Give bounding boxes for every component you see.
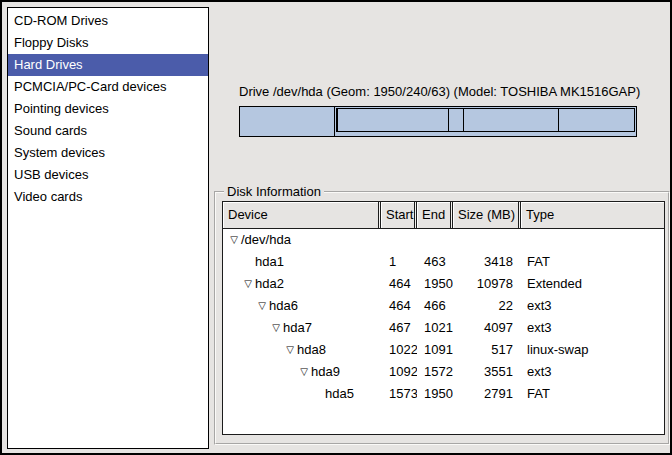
partition-segment-hda7 <box>337 109 447 131</box>
table-row-hda1[interactable]: hda114633418FAT <box>223 251 664 273</box>
sidebar-item-hard-drives[interactable]: Hard Drives <box>8 54 208 76</box>
sidebar-item-sound-cards[interactable]: Sound cards <box>8 120 208 142</box>
cell-type: FAT <box>521 383 664 405</box>
sidebar-item-floppy-disks[interactable]: Floppy Disks <box>8 32 208 54</box>
cell-end: 1950 <box>417 383 453 405</box>
expander-icon[interactable]: ▽ <box>255 295 269 317</box>
cell-device: hda1 <box>223 251 381 273</box>
column-header-end[interactable]: End <box>417 202 453 228</box>
tree-indent <box>223 383 311 405</box>
sidebar-item-cd-rom-drives[interactable]: CD-ROM Drives <box>8 10 208 32</box>
disk-table: Device Start End Size (MB) Type ▽/dev/hd… <box>222 201 665 435</box>
cell-start: 1 <box>381 251 417 273</box>
cell-type <box>521 229 664 251</box>
sidebar-item-system-devices[interactable]: System devices <box>8 142 208 164</box>
cell-size: 22 <box>453 295 521 317</box>
device-category-list: CD-ROM DrivesFloppy DisksHard DrivesPCMC… <box>7 7 209 449</box>
cell-size: 517 <box>453 339 521 361</box>
column-header-type[interactable]: Type <box>521 202 664 228</box>
expander-icon[interactable]: ▽ <box>283 339 297 361</box>
tree-indent <box>223 339 283 361</box>
table-row-hda7[interactable]: ▽hda746710214097ext3 <box>223 317 664 339</box>
column-header-start[interactable]: Start <box>381 202 417 228</box>
partition-extended-hda2 <box>335 107 636 136</box>
partition-segment-hda5 <box>558 109 634 131</box>
table-row-hda9[interactable]: ▽hda9109215723551ext3 <box>223 361 664 383</box>
cell-start: 1022 <box>381 339 417 361</box>
column-header-size[interactable]: Size (MB) <box>453 202 521 228</box>
cell-end: 1572 <box>417 361 453 383</box>
partition-segment-hda8 <box>448 109 463 131</box>
sidebar-item-usb-devices[interactable]: USB devices <box>8 164 208 186</box>
sidebar-item-pcmcia-pc-card-devices[interactable]: PCMCIA/PC-Card devices <box>8 76 208 98</box>
drive-title: Drive /dev/hda (Geom: 1950/240/63) (Mode… <box>239 84 640 99</box>
table-row-hda2[interactable]: ▽hda2464195010978Extended <box>223 273 664 295</box>
device-label: hda9 <box>311 361 340 383</box>
tree-indent <box>223 273 241 295</box>
device-label: hda8 <box>297 339 326 361</box>
device-label: hda2 <box>255 273 284 295</box>
cell-size: 4097 <box>453 317 521 339</box>
partition-segment-hda1 <box>240 107 335 136</box>
sidebar-item-video-cards[interactable]: Video cards <box>8 186 208 208</box>
cell-type: ext3 <box>521 295 664 317</box>
cell-start: 1573 <box>381 383 417 405</box>
device-label: hda7 <box>283 317 312 339</box>
tree-indent <box>223 251 241 273</box>
cell-type: linux-swap <box>521 339 664 361</box>
column-header-device[interactable]: Device <box>223 202 381 228</box>
disk-table-body: ▽/dev/hdahda114633418FAT▽hda246419501097… <box>223 229 664 405</box>
sidebar-item-pointing-devices[interactable]: Pointing devices <box>8 98 208 120</box>
cell-device: ▽hda8 <box>223 339 381 361</box>
cell-device: ▽hda9 <box>223 361 381 383</box>
disk-table-header: Device Start End Size (MB) Type <box>223 202 664 229</box>
cell-end: 463 <box>417 251 453 273</box>
table-row--dev-hda[interactable]: ▽/dev/hda <box>223 229 664 251</box>
tree-indent <box>223 295 255 317</box>
groupbox-title: Disk Information <box>224 184 324 199</box>
device-label: hda5 <box>325 383 354 405</box>
cell-device: ▽hda7 <box>223 317 381 339</box>
device-label: /dev/hda <box>241 229 291 251</box>
tree-indent <box>223 317 269 339</box>
partition-segment-hda9 <box>463 109 559 131</box>
cell-type: Extended <box>521 273 664 295</box>
cell-size: 3551 <box>453 361 521 383</box>
cell-end: 1950 <box>417 273 453 295</box>
table-row-hda5[interactable]: hda5157319502791FAT <box>223 383 664 405</box>
tree-indent <box>223 361 297 383</box>
expander-icon[interactable]: ▽ <box>269 317 283 339</box>
cell-end: 1091 <box>417 339 453 361</box>
cell-device: ▽hda6 <box>223 295 381 317</box>
cell-type: FAT <box>521 251 664 273</box>
cell-size <box>453 229 521 251</box>
cell-type: ext3 <box>521 317 664 339</box>
disk-information-groupbox: Disk Information Device Start End Size (… <box>214 184 670 445</box>
cell-device: ▽hda2 <box>223 273 381 295</box>
cell-device: ▽/dev/hda <box>223 229 381 251</box>
cell-start: 1092 <box>381 361 417 383</box>
cell-end: 466 <box>417 295 453 317</box>
cell-type: ext3 <box>521 361 664 383</box>
device-label: hda6 <box>269 295 298 317</box>
cell-end: 1021 <box>417 317 453 339</box>
partition-bar <box>239 106 637 137</box>
hardware-browser-window: { "window": { "bg": "#e6e4e2", "border":… <box>0 0 672 455</box>
cell-start <box>381 229 417 251</box>
cell-size: 2791 <box>453 383 521 405</box>
cell-start: 464 <box>381 295 417 317</box>
cell-size: 10978 <box>453 273 521 295</box>
cell-start: 467 <box>381 317 417 339</box>
expander-icon[interactable]: ▽ <box>227 229 241 251</box>
table-row-hda8[interactable]: ▽hda810221091517linux-swap <box>223 339 664 361</box>
expander-icon[interactable]: ▽ <box>297 361 311 383</box>
cell-end <box>417 229 453 251</box>
logical-partitions <box>336 108 635 132</box>
cell-start: 464 <box>381 273 417 295</box>
device-label: hda1 <box>255 251 284 273</box>
table-row-hda6[interactable]: ▽hda646446622ext3 <box>223 295 664 317</box>
cell-size: 3418 <box>453 251 521 273</box>
expander-icon[interactable]: ▽ <box>241 273 255 295</box>
cell-device: hda5 <box>223 383 381 405</box>
